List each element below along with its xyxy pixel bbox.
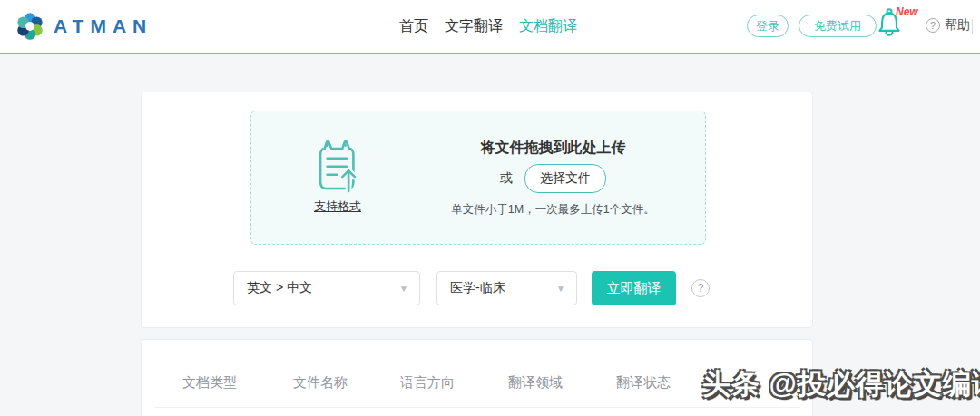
column-header-translate-status: 翻译状态 [616, 374, 671, 392]
chevron-down-icon: ▼ [399, 284, 408, 294]
free-trial-button[interactable]: 免费试用 [799, 15, 877, 37]
login-button[interactable]: 登录 [747, 15, 789, 37]
nav-item-home[interactable]: 首页 [399, 17, 428, 36]
nav-item-doc-translate[interactable]: 文档翻译 [519, 17, 577, 36]
domain-value: 医学-临床 [450, 280, 505, 296]
language-pair-value: 英文 > 中文 [247, 280, 312, 296]
page: ATMAN 首页 文字翻译 文档翻译 登录 免费试用 New ? 帮助 [0, 0, 980, 416]
upload-document-icon [312, 137, 363, 195]
choose-file-button[interactable]: 选择文件 [524, 164, 606, 193]
help-question-icon: ? [926, 18, 940, 33]
column-header-doc-type: 文档类型 [182, 374, 237, 392]
or-label: 或 [500, 170, 513, 187]
file-dropzone[interactable]: 支持格式 将文件拖拽到此处上传 或 选择文件 单文件小于1M，一次最多上传1个文… [250, 111, 706, 245]
domain-select[interactable]: 医学-临床 ▼ [436, 271, 577, 305]
table-header-divider [155, 407, 800, 408]
supported-formats-link[interactable]: 支持格式 [297, 198, 378, 215]
chevron-down-icon: ▼ [556, 284, 565, 294]
dropzone-text-block: 将文件拖拽到此处上传 或 选择文件 单文件小于1M，一次最多上传1个文件。 [401, 111, 705, 246]
column-header-language-direction: 语言方向 [400, 374, 455, 392]
top-header: ATMAN 首页 文字翻译 文档翻译 登录 免费试用 New ? 帮助 [0, 0, 980, 54]
logo[interactable]: ATMAN [13, 9, 152, 44]
header-right: 登录 免费试用 New ? 帮助 [740, 0, 980, 53]
toutiao-watermark: 头条 @投必得论文编译 [702, 365, 980, 403]
logo-pinwheel-icon [13, 9, 47, 44]
column-header-file-name: 文件名称 [293, 374, 348, 392]
logo-text: ATMAN [54, 15, 152, 37]
column-header-translate-domain: 翻译领域 [508, 374, 563, 392]
upload-note: 单文件小于1M，一次最多上传1个文件。 [401, 202, 705, 218]
translate-help-icon[interactable]: ? [691, 279, 710, 297]
main-nav: 首页 文字翻译 文档翻译 [399, 0, 577, 53]
drop-instruction: 将文件拖拽到此处上传 [401, 139, 705, 158]
new-badge: New [896, 5, 918, 18]
upload-card: 支持格式 将文件拖拽到此处上传 或 选择文件 单文件小于1M，一次最多上传1个文… [141, 92, 813, 328]
header-divider [972, 19, 973, 34]
help-link[interactable]: ? 帮助 [926, 17, 970, 34]
nav-item-text-translate[interactable]: 文字翻译 [445, 17, 503, 36]
translate-now-button[interactable]: 立即翻译 [592, 271, 676, 305]
help-label: 帮助 [945, 17, 970, 34]
language-pair-select[interactable]: 英文 > 中文 ▼ [233, 271, 420, 305]
notification-bell[interactable]: New [876, 7, 921, 44]
or-row: 或 选择文件 [401, 164, 705, 193]
